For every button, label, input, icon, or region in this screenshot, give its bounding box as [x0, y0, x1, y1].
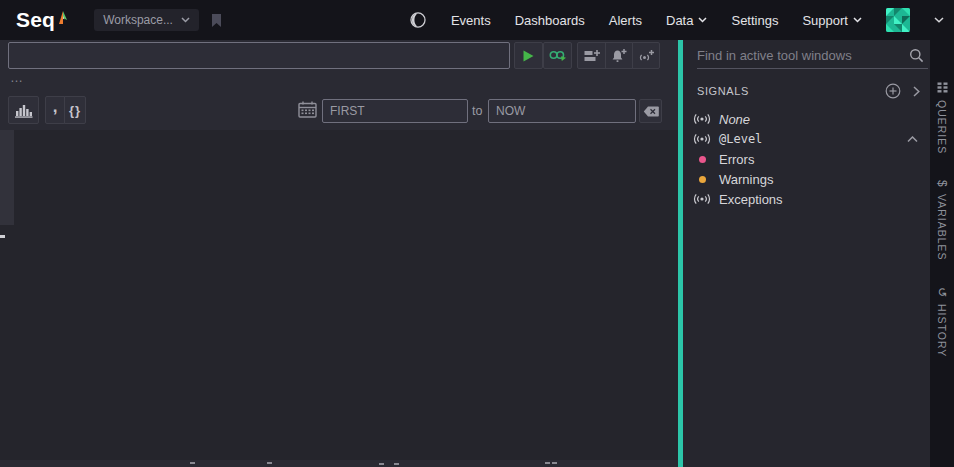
chevron-down-icon — [698, 17, 707, 23]
toggle-histogram-button[interactable] — [8, 96, 39, 124]
chevron-down-icon — [181, 17, 190, 23]
chevron-down-icon — [853, 17, 862, 23]
queries-grid-icon — [937, 82, 948, 93]
nav-label: Alerts — [609, 13, 642, 28]
nav-label: Data — [666, 13, 693, 28]
nav-item-alerts[interactable]: Alerts — [609, 13, 642, 28]
tool-window-tab-strip: QUERIES $ VARIABLES ↺ HISTORY — [930, 40, 954, 467]
left-scrollbar[interactable] — [0, 130, 14, 225]
tab-history[interactable]: ↺ HISTORY — [935, 287, 949, 357]
signal-label: Warnings — [719, 172, 773, 187]
nav-label: Support — [802, 13, 848, 28]
save-actions-group — [577, 42, 660, 69]
history-icon: ↺ — [935, 287, 949, 297]
dollar-icon: $ — [935, 180, 949, 187]
structured-query-mode-button[interactable]: {} — [64, 96, 86, 124]
theme-toggle-moon-icon[interactable] — [409, 11, 427, 29]
query-input[interactable] — [8, 42, 510, 69]
clipped-text-fragment — [394, 463, 399, 465]
tab-label: QUERIES — [936, 100, 948, 154]
tool-window-find-row — [697, 43, 928, 69]
default-workspace-bookmark-icon[interactable] — [211, 14, 222, 27]
seq-logo-text: Seq — [16, 8, 55, 32]
warnings-dot-icon — [691, 176, 713, 183]
signal-item-exceptions[interactable]: Exceptions — [683, 189, 930, 209]
errors-dot-icon — [691, 156, 713, 163]
seq-logo[interactable]: Seq — [16, 8, 68, 32]
user-avatar[interactable] — [886, 8, 910, 32]
clipped-text-fragment — [190, 462, 195, 464]
text-fragment-mode-button[interactable]: , — [45, 96, 65, 124]
top-navigation: Events Dashboards Alerts Data Settings S… — [409, 8, 944, 32]
signal-label: Exceptions — [719, 192, 783, 207]
clipped-event-row — [0, 460, 678, 467]
signal-label: @Level — [719, 132, 762, 146]
signal-icon — [691, 193, 713, 205]
nav-item-data[interactable]: Data — [666, 13, 707, 28]
signal-label: None — [719, 112, 750, 127]
nav-label: Dashboards — [515, 13, 585, 28]
collapse-panel-chevron-right-icon[interactable] — [913, 86, 920, 97]
nav-item-dashboards[interactable]: Dashboards — [515, 13, 585, 28]
signal-plus-icon — [638, 49, 655, 63]
bell-plus-icon — [611, 48, 627, 63]
top-bar: Seq Workspace... Events Dashboards A — [0, 0, 954, 40]
braces-icon: {} — [69, 103, 81, 118]
signals-title: SIGNALS — [697, 85, 749, 97]
scrollbar-end-marker — [0, 235, 5, 238]
tail-stream-button[interactable] — [543, 42, 572, 69]
tab-label: VARIABLES — [936, 194, 948, 261]
tool-window-panel: SIGNALS None — [683, 40, 930, 467]
query-overflow-ellipsis[interactable]: … — [10, 70, 25, 85]
save-as-signal-button[interactable] — [632, 42, 660, 69]
workspace-selector[interactable]: Workspace... — [94, 9, 199, 31]
tab-label: HISTORY — [936, 304, 948, 357]
nav-item-support[interactable]: Support — [802, 13, 862, 28]
calendar-icon[interactable] — [298, 101, 317, 118]
signal-item-errors[interactable]: Errors — [683, 149, 930, 169]
signal-item-warnings[interactable]: Warnings — [683, 169, 930, 189]
run-query-button[interactable] — [514, 42, 543, 69]
add-to-dashboard-button[interactable] — [577, 42, 606, 69]
range-to-input[interactable] — [488, 99, 636, 123]
add-signal-plus-circle-icon[interactable] — [885, 83, 901, 99]
range-from-input[interactable] — [322, 99, 468, 123]
signals-header: SIGNALS — [683, 69, 930, 107]
tab-variables[interactable]: $ VARIABLES — [935, 180, 949, 260]
clear-range-button[interactable] — [639, 99, 662, 123]
signal-item-none[interactable]: None — [683, 109, 930, 129]
nav-label: Events — [451, 13, 491, 28]
query-toolbar: … , {} — [0, 40, 678, 130]
play-icon — [523, 50, 534, 62]
clipped-text-fragment — [545, 462, 550, 464]
query-mode-group: , {} — [45, 96, 86, 124]
find-tool-windows-input[interactable] — [697, 48, 909, 63]
tail-stream-icon — [548, 49, 567, 62]
seq-app: Seq Workspace... Events Dashboards A — [0, 0, 954, 467]
quote-icon: , — [53, 102, 58, 112]
tab-queries[interactable]: QUERIES — [936, 82, 948, 154]
flame-icon — [58, 10, 68, 25]
events-list-area — [0, 130, 678, 460]
signal-label: Errors — [719, 152, 754, 167]
add-alert-button[interactable] — [605, 42, 633, 69]
search-icon[interactable] — [909, 48, 924, 63]
nav-label: Settings — [731, 13, 778, 28]
clipped-text-fragment — [379, 463, 384, 465]
nav-item-settings[interactable]: Settings — [731, 13, 778, 28]
chevron-up-icon[interactable] — [907, 136, 918, 143]
signal-icon — [691, 133, 713, 145]
histogram-icon — [14, 103, 33, 118]
range-separator-label: to — [472, 104, 482, 118]
signal-icon — [691, 113, 713, 125]
clipped-text-fragment — [267, 462, 272, 464]
add-chart-icon — [584, 49, 600, 63]
user-menu-chevron-icon[interactable] — [934, 17, 944, 23]
nav-item-events[interactable]: Events — [451, 13, 491, 28]
backspace-icon — [643, 106, 659, 117]
clipped-text-fragment — [552, 462, 557, 464]
workspace-label: Workspace... — [103, 13, 173, 27]
signal-item-level[interactable]: @Level — [683, 129, 930, 149]
